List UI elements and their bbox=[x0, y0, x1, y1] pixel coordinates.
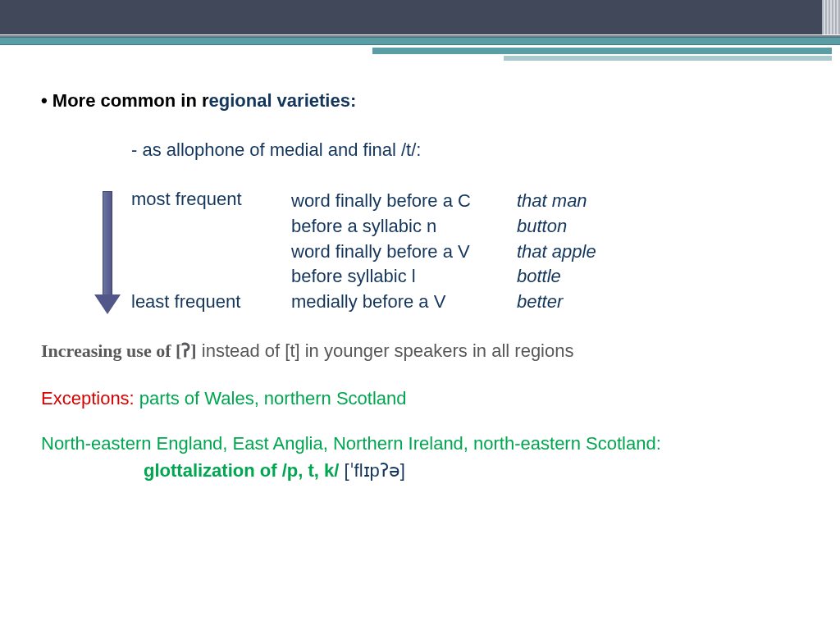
glottalization-line: glottalization of /p, t, k/ [ˈflɪpʔə] bbox=[144, 460, 405, 482]
edge-decoration bbox=[822, 0, 840, 34]
exceptions-line: Exceptions: parts of Wales, northern Sco… bbox=[41, 388, 407, 409]
glottal-text: glottalization of /p, t, k/ bbox=[144, 460, 339, 481]
increasing-use-text: Increasing use of [ʔ] instead of [t] in … bbox=[41, 340, 573, 362]
arrow-shaft bbox=[103, 191, 112, 296]
example-row: better bbox=[517, 290, 681, 315]
example-column: that man button that apple bottle better bbox=[517, 189, 681, 315]
arrow-head-icon bbox=[94, 294, 121, 314]
top-banner bbox=[0, 0, 840, 34]
ne-england-text: North-eastern England, East Anglia, Nort… bbox=[41, 433, 661, 454]
desc-row: before syllabic l bbox=[291, 264, 513, 290]
increasing-rest: instead of [t] in younger speakers in al… bbox=[197, 340, 574, 361]
title-part1: • More common in r bbox=[41, 90, 209, 111]
desc-column: word finally before a C before a syllabi… bbox=[291, 189, 513, 315]
example-row: button bbox=[517, 214, 681, 240]
desc-row: word finally before a V bbox=[291, 240, 513, 265]
frequency-arrow bbox=[94, 191, 119, 313]
example-row: bottle bbox=[517, 264, 681, 290]
teal-strip bbox=[0, 37, 840, 45]
slide-content: • More common in regional varieties: - a… bbox=[41, 90, 796, 161]
desc-row: before a syllabic n bbox=[291, 214, 513, 240]
bullet-title: • More common in regional varieties: bbox=[41, 90, 796, 112]
exceptions-label: Exceptions: bbox=[41, 388, 135, 409]
teal-bar-light bbox=[504, 56, 832, 61]
sub-point: - as allophone of medial and final /t/: bbox=[131, 139, 796, 161]
glottal-ipa: [ˈflɪpʔə] bbox=[339, 460, 405, 481]
exceptions-text: parts of Wales, northern Scotland bbox=[135, 388, 407, 409]
teal-bar-mid bbox=[372, 48, 832, 54]
example-row: that apple bbox=[517, 240, 681, 265]
most-frequent-label: most frequent bbox=[131, 189, 287, 210]
desc-row: word finally before a C bbox=[291, 189, 513, 214]
example-row: that man bbox=[517, 189, 681, 214]
least-frequent-label: least frequent bbox=[131, 291, 240, 313]
freq-column: most frequent least frequent bbox=[131, 189, 287, 210]
increasing-bold: Increasing use of [ʔ] bbox=[41, 340, 197, 361]
desc-row: medially before a V bbox=[291, 290, 513, 315]
title-part2: egional varieties: bbox=[209, 90, 357, 111]
